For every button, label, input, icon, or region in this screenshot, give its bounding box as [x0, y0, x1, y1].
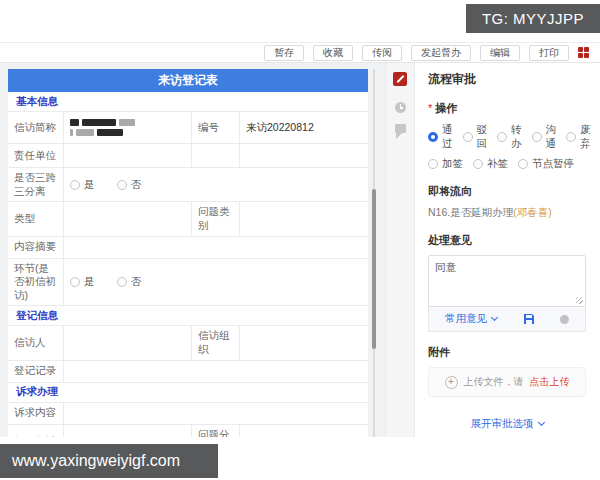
radio-option[interactable]: 节点暂停: [518, 157, 574, 171]
favorite-button[interactable]: 收藏: [313, 45, 353, 61]
field-label: 责任单位: [8, 144, 64, 167]
radio-dot: [518, 159, 528, 169]
radio-option[interactable]: 沟通: [532, 123, 557, 151]
radio-label: 是: [84, 178, 95, 192]
apps-grid-icon[interactable]: [578, 47, 590, 59]
radio-option[interactable]: 补签: [473, 157, 508, 171]
radio-option[interactable]: 通过: [428, 123, 453, 151]
edit-button[interactable]: 编辑: [480, 45, 520, 61]
approval-seal-icon[interactable]: [393, 72, 407, 86]
radio-option[interactable]: 是: [70, 178, 95, 192]
radio-dot: [532, 132, 542, 142]
comment-flag-icon[interactable]: [395, 124, 406, 133]
upload-link[interactable]: 点击上传: [530, 375, 570, 389]
operation-options-row: 加签补签节点暂停: [428, 157, 586, 171]
opinion-toolbar: 常用意见: [428, 307, 586, 332]
radio-dot: [70, 277, 80, 287]
form-row: 登记记录: [8, 361, 368, 383]
radio-dot: [117, 180, 127, 190]
radio-label: 驳回: [477, 123, 488, 151]
flow-assignee: (邓春喜): [513, 206, 552, 218]
help-icon[interactable]: [560, 315, 569, 324]
field-label: 信访人: [8, 326, 64, 359]
radio-dot: [473, 159, 483, 169]
radio-option[interactable]: 否: [117, 178, 142, 192]
field-value: 是否: [64, 259, 368, 306]
radio-option[interactable]: 转办: [497, 123, 522, 151]
upload-area[interactable]: + 上传文件，请 点击上传: [428, 367, 586, 397]
form-row: 是否三跨三分离是否: [8, 168, 368, 202]
main-content: 来访登记表 基本信息信访简称编号来访20220812责任单位是否三跨三分离是否类…: [0, 63, 600, 437]
field-value: [64, 403, 368, 424]
form-row: 信访人信访组织: [8, 326, 368, 360]
form-row: 信访简称编号来访20220812: [8, 112, 368, 144]
radio-label: 节点暂停: [532, 157, 574, 171]
field-label: 信访组织: [192, 326, 240, 359]
approval-form: 流程审批 *操作 通过驳回转办沟通废弃加签补签节点暂停 即将流向 N16.是否延…: [415, 63, 600, 437]
field-value: [240, 202, 368, 235]
radio-dot: [463, 132, 473, 142]
form-section-header: 诉求办理: [8, 383, 368, 403]
radio-dot: [566, 132, 576, 142]
radio-label: 补签: [487, 157, 508, 171]
field-value: [240, 425, 368, 437]
radio-option[interactable]: 废弃: [566, 123, 591, 151]
chevron-down-icon: [491, 314, 498, 321]
form-rows: 基本信息信访简称编号来访20220812责任单位是否三跨三分离是否类型问题类别内…: [8, 92, 368, 437]
field-value: [64, 112, 192, 143]
attachment-heading: 附件: [428, 345, 586, 360]
radio-label: 否: [131, 275, 142, 289]
watermark-bottom: www.yaxingweiyigf.com: [0, 444, 218, 478]
field-label: 问题分类: [192, 425, 240, 437]
operation-label: *操作: [428, 101, 586, 116]
radio-dot: [70, 180, 80, 190]
approval-panel: 流程审批 *操作 通过驳回转办沟通废弃加签补签节点暂停 即将流向 N16.是否延…: [385, 63, 600, 437]
form-row: 内容摘要: [8, 237, 368, 259]
field-label: 问题类别: [192, 202, 240, 235]
field-label: 环节(是否初信初访): [8, 259, 64, 306]
radio-option[interactable]: 加签: [428, 157, 463, 171]
field-label: 问题领域: [8, 425, 64, 437]
resize-handle-icon[interactable]: [576, 297, 583, 304]
radio-label: 否: [131, 178, 142, 192]
form-section-header: 登记信息: [8, 306, 368, 326]
flow-heading: 即将流向: [428, 184, 586, 199]
radio-label: 沟通: [546, 123, 557, 151]
form-row: 类型问题类别: [8, 202, 368, 236]
radio-option[interactable]: 是: [70, 275, 95, 289]
temp-save-button[interactable]: 暂存: [264, 45, 304, 61]
approval-icon-rail: [386, 63, 415, 437]
field-value: [64, 326, 192, 359]
upload-hint: 上传文件，请: [464, 375, 524, 389]
form-title: 来访登记表: [8, 69, 368, 92]
field-value: [240, 326, 368, 359]
radio-dot: [117, 277, 127, 287]
upload-icon: +: [445, 376, 458, 389]
history-clock-icon[interactable]: [395, 102, 406, 113]
radio-label: 是: [84, 275, 95, 289]
field-value: [64, 361, 368, 382]
opinion-textarea[interactable]: 同意: [428, 255, 586, 307]
radio-label: 转办: [511, 123, 522, 151]
field-label: 信访简称: [8, 112, 64, 143]
scrollbar-thumb[interactable]: [372, 189, 376, 349]
circulate-button[interactable]: 传阅: [362, 45, 402, 61]
radio-option[interactable]: 否: [117, 275, 142, 289]
radio-label: 通过: [442, 123, 453, 151]
form-row: 诉求内容: [8, 403, 368, 425]
field-value: [64, 237, 368, 258]
opinion-value: 同意: [435, 261, 456, 273]
print-button[interactable]: 打印: [529, 45, 569, 61]
form-scrollbar[interactable]: [371, 69, 377, 437]
form-row: 问题领域问题分类: [8, 425, 368, 437]
save-opinion-icon[interactable]: [523, 313, 535, 325]
field-label: 类型: [8, 202, 64, 235]
radio-option[interactable]: 驳回: [463, 123, 488, 151]
field-label: 登记记录: [8, 361, 64, 382]
chevron-down-icon: [537, 419, 544, 426]
expand-options-link[interactable]: 展开审批选项: [428, 417, 586, 431]
toolbar: 暂存收藏传阅发起督办编辑打印: [0, 42, 600, 63]
form-section-header: 基本信息: [8, 92, 368, 112]
common-opinions-link[interactable]: 常用意见: [445, 312, 497, 326]
supervise-button[interactable]: 发起督办: [411, 45, 471, 61]
